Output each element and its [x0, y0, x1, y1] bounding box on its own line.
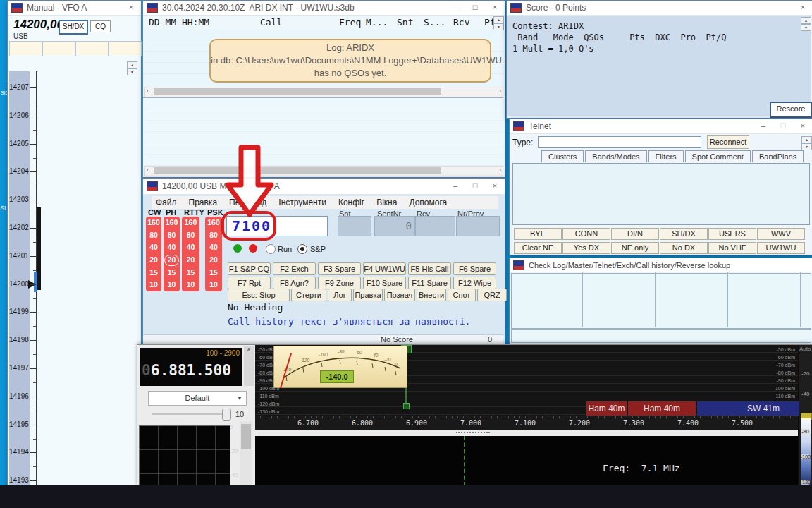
log-column-header[interactable]: DD-MM HH:MM: [149, 17, 209, 28]
menu-item[interactable]: Вікна: [376, 198, 397, 207]
scrollbar-thumb[interactable]: [154, 88, 441, 95]
band-button-psk-15m[interactable]: 15: [205, 267, 222, 279]
log-scrollbar-2[interactable]: ‹›: [144, 166, 503, 176]
entry-action-button[interactable]: QRZ: [477, 289, 507, 301]
fkey-button[interactable]: F5 His Call: [408, 262, 451, 275]
close-icon[interactable]: ×: [485, 1, 505, 14]
fkey-button[interactable]: F12 Wipe: [453, 277, 496, 289]
telnet-button[interactable]: Yes DX: [562, 242, 610, 254]
spinner-down-icon[interactable]: ▼: [801, 143, 812, 150]
log-scrollbar[interactable]: ‹›: [144, 87, 503, 97]
run-radio[interactable]: [266, 244, 276, 254]
exchange-field-rcv[interactable]: [415, 216, 455, 236]
menu-item[interactable]: Допомога: [409, 198, 447, 207]
maximize-icon[interactable]: □: [465, 1, 485, 14]
entry-action-button[interactable]: Правка: [353, 289, 383, 301]
log-column-header[interactable]: Snt: [397, 17, 413, 28]
preset-dropdown[interactable]: Default ▼: [148, 391, 247, 406]
telnet-button[interactable]: DI/N: [611, 228, 659, 240]
gain-slider-track[interactable]: [152, 413, 229, 415]
band-button-rtty-20m[interactable]: 20: [182, 254, 199, 267]
spinner-down-icon[interactable]: ▼: [801, 24, 811, 31]
fkey-button[interactable]: F9 Zone: [318, 277, 361, 289]
band-button-rtty-15m[interactable]: 15: [182, 267, 199, 279]
fkey-button[interactable]: F2 Exch: [273, 262, 316, 275]
close-icon[interactable]: ×: [121, 1, 141, 14]
close-icon[interactable]: ×: [793, 120, 812, 133]
entry-action-button[interactable]: Внести: [417, 289, 446, 301]
exchange-field-nrprov[interactable]: [456, 216, 500, 236]
band-button-psk-20m[interactable]: 20: [205, 254, 222, 267]
entry-action-button[interactable]: Esc: Stop: [228, 289, 290, 301]
fkey-button[interactable]: F8 Agn?: [273, 277, 316, 289]
menu-item[interactable]: Інструменти: [278, 198, 326, 207]
sp-radio[interactable]: [297, 244, 307, 254]
fkey-button[interactable]: F7 Rpt Exch: [228, 277, 271, 289]
band-button-cw-10m[interactable]: 10: [146, 279, 161, 291]
exchange-field-sentnr[interactable]: 0: [374, 216, 415, 236]
band-button-ph-15m[interactable]: 15: [164, 267, 180, 279]
menu-item[interactable]: Файл: [156, 198, 177, 207]
sdr-side-scrollbar[interactable]: ∧: [244, 346, 254, 386]
minimize-icon[interactable]: –: [753, 120, 773, 133]
sdr-frequency-display[interactable]: 100 - 2900 0 6.881.500: [140, 348, 242, 386]
band-button-rtty-10m[interactable]: 10: [182, 279, 199, 291]
fkey-button[interactable]: F11 Spare: [408, 277, 451, 289]
spinner-up-icon[interactable]: ▲: [801, 17, 811, 24]
minimize-icon[interactable]: –: [445, 180, 465, 193]
band-button-ph-80m[interactable]: 80: [164, 229, 180, 242]
telnet-button[interactable]: CONN: [562, 228, 610, 240]
cq-button[interactable]: CQ: [90, 20, 111, 32]
maximize-icon[interactable]: □: [465, 180, 485, 193]
vfo-frequency[interactable]: 14200,00: [13, 18, 63, 32]
exchange-field-snt[interactable]: [338, 216, 371, 236]
fkey-button[interactable]: F10 Spare: [363, 277, 406, 289]
fkey-button[interactable]: F4 UW1WU: [363, 262, 406, 275]
telnet-tab[interactable]: Bands/Modes: [585, 150, 646, 162]
band-button-cw-15m[interactable]: 15: [146, 267, 161, 279]
band-button-ph-10m[interactable]: 10: [164, 279, 180, 291]
telnet-type-input[interactable]: [538, 136, 701, 148]
scrollbar-thumb[interactable]: [154, 167, 441, 174]
spinner-down-icon[interactable]: ▼: [127, 68, 137, 75]
band-button-rtty-40m[interactable]: 40: [182, 241, 199, 254]
fkey-button[interactable]: F1 S&P CQ: [228, 262, 271, 275]
telnet-button[interactable]: No DX: [660, 242, 708, 254]
band-button-psk-40m[interactable]: 40: [205, 241, 222, 254]
spinner-up-icon[interactable]: ▲: [127, 61, 137, 68]
telnet-button[interactable]: No VHF: [708, 242, 756, 254]
tuning-marker-handle[interactable]: [403, 403, 410, 409]
telnet-tab[interactable]: BandPlans: [752, 150, 804, 162]
band-button-ph-40m[interactable]: 40: [164, 241, 180, 254]
frequency-axis[interactable]: 6.7006.8006.9007.0007.1007.2007.3007.400…: [255, 416, 798, 430]
telnet-button[interactable]: UW1WU: [757, 242, 805, 254]
band-button-cw-80m[interactable]: 80: [146, 229, 161, 242]
telnet-tab[interactable]: Spot Comment: [685, 150, 751, 162]
waterfall-display[interactable]: Freq: 7.1 MHz: [255, 436, 798, 486]
log-column-header[interactable]: M...: [366, 17, 388, 28]
band-button-ph-20m[interactable]: 20: [164, 254, 180, 267]
entry-action-button[interactable]: Спот: [448, 289, 476, 301]
maximize-icon[interactable]: □: [773, 120, 793, 133]
menu-item[interactable]: Конфіг: [338, 198, 364, 207]
spinner-up-icon[interactable]: ▲: [801, 136, 812, 143]
entry-action-button[interactable]: Лог: [328, 289, 352, 301]
shdx-button[interactable]: SH/DX: [59, 20, 88, 35]
telnet-tab[interactable]: Filters: [648, 150, 684, 162]
scrollbar-thumb[interactable]: [241, 424, 251, 449]
entry-action-button[interactable]: Познач: [384, 289, 415, 301]
band-button-rtty-160m[interactable]: 160: [182, 217, 199, 229]
reconnect-button[interactable]: Reconnect: [707, 135, 749, 149]
log-column-header[interactable]: Rcv: [453, 17, 469, 28]
rescore-button[interactable]: Rescore: [770, 102, 812, 118]
telnet-tab[interactable]: Clusters: [541, 150, 584, 162]
band-button-psk-160m[interactable]: 160: [205, 217, 222, 229]
log-column-header[interactable]: S...: [424, 17, 445, 28]
telnet-button[interactable]: Clear NE: [514, 242, 562, 254]
band-button-ph-160m[interactable]: 160: [164, 217, 180, 229]
telnet-button[interactable]: WWV: [757, 228, 805, 240]
close-icon[interactable]: ×: [485, 180, 505, 193]
band-button-psk-80m[interactable]: 80: [205, 229, 222, 242]
close-icon[interactable]: ×: [793, 1, 812, 14]
telnet-button[interactable]: SH/DX: [660, 228, 708, 240]
